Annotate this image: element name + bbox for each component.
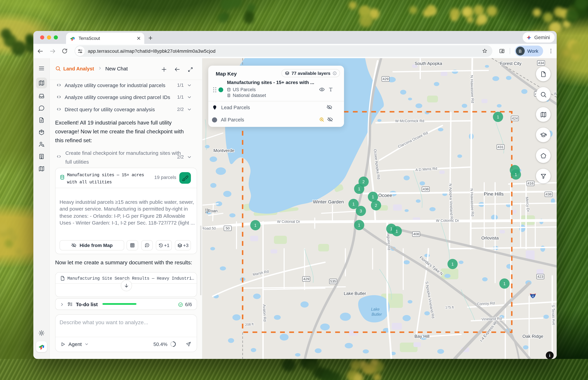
svg-text:1: 1	[372, 195, 374, 199]
svg-text:3: 3	[360, 209, 362, 213]
svg-text:Pine Hills: Pine Hills	[484, 191, 504, 197]
svg-text:Butler: Butler	[372, 312, 382, 317]
svg-text:1: 1	[254, 223, 256, 228]
svg-text:438: 438	[423, 187, 429, 191]
svg-text:1: 1	[497, 115, 499, 119]
svg-text:Lake Butler: Lake Butler	[344, 291, 366, 296]
svg-text:W Colonial Dr: W Colonial Dr	[277, 219, 300, 224]
svg-text:175 ft: 175 ft	[445, 305, 454, 309]
svg-text:1: 1	[352, 202, 355, 206]
svg-text:Roan: Roan	[208, 209, 217, 213]
svg-text:1: 1	[396, 229, 398, 233]
svg-text:429: 429	[303, 277, 309, 281]
svg-text:e Road 50: e Road 50	[203, 226, 216, 230]
svg-text:1: 1	[451, 262, 454, 266]
svg-text:535: 535	[330, 279, 336, 283]
svg-text:South Apopka: South Apopka	[415, 61, 442, 66]
svg-text:Forest City: Forest City	[500, 61, 521, 66]
svg-text:2: 2	[362, 179, 365, 184]
svg-text:W Colonial Dr: W Colonial Dr	[436, 218, 459, 223]
svg-text:423: 423	[537, 275, 543, 278]
svg-text:Bay Hill: Bay Hill	[415, 334, 429, 339]
svg-text:Orlovista: Orlovista	[481, 235, 499, 241]
svg-text:1: 1	[503, 281, 506, 286]
svg-text:W McCormick Rd: W McCormick Rd	[395, 119, 424, 123]
svg-text:1: 1	[358, 223, 360, 228]
svg-text:434: 434	[538, 61, 544, 65]
svg-text:Montverde: Montverde	[213, 148, 234, 153]
svg-text:431: 431	[497, 145, 503, 149]
svg-text:Winter Garden: Winter Garden	[313, 199, 344, 205]
svg-text:429: 429	[382, 77, 388, 81]
svg-text:Ocoee: Ocoee	[378, 193, 392, 198]
svg-text:1: 1	[358, 187, 360, 191]
svg-text:408: 408	[413, 232, 419, 236]
svg-text:W K: W K	[554, 92, 557, 96]
svg-text:Lake: Lake	[371, 307, 379, 311]
svg-text:S Texas Ave: S Texas Ave	[551, 305, 556, 325]
svg-text:424: 424	[512, 116, 518, 120]
svg-text:4: 4	[532, 295, 534, 298]
svg-text:416: 416	[528, 181, 533, 185]
svg-text:438: 438	[546, 192, 551, 196]
svg-text:Avalon Rd: Avalon Rd	[262, 304, 267, 322]
svg-text:1: 1	[515, 172, 517, 177]
svg-text:2: 2	[375, 203, 377, 208]
svg-text:208 ft: 208 ft	[245, 322, 254, 326]
svg-text:Oak Ridge: Oak Ridge	[523, 334, 543, 339]
svg-text:Vineland Rd: Vineland Rd	[481, 316, 502, 321]
svg-text:50: 50	[226, 226, 229, 230]
